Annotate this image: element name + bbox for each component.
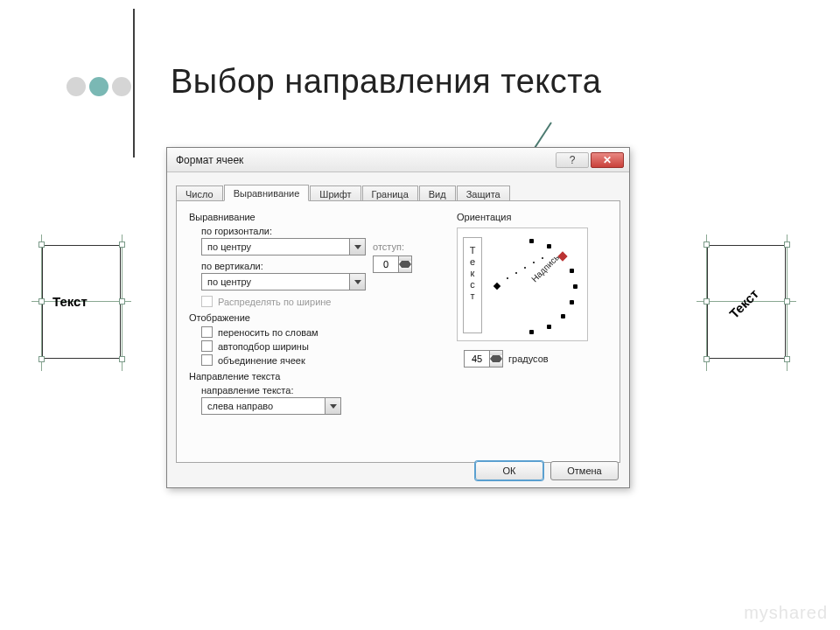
- vertical-value: по центру: [202, 276, 349, 287]
- vertical-text-button[interactable]: Т е к с т: [463, 237, 482, 333]
- bullet-dot-icon: [89, 77, 108, 96]
- dialog-tabs: Число Выравнивание Шрифт Граница Вид Защ…: [167, 172, 629, 200]
- watermark: myshared: [744, 603, 828, 623]
- chevron-down-icon[interactable]: [325, 398, 340, 414]
- tab-border[interactable]: Граница: [362, 186, 418, 201]
- format-cells-dialog: Формат ячеек ? ✕ Число Выравнивание Шриф…: [166, 147, 630, 488]
- spin-up-icon[interactable]: [490, 351, 502, 359]
- degrees-value[interactable]: [465, 351, 489, 367]
- dial-label: Надпись: [529, 252, 561, 284]
- horizontal-combo[interactable]: по центру: [201, 238, 366, 256]
- spin-down-icon[interactable]: [399, 264, 411, 272]
- chevron-down-icon[interactable]: [349, 239, 365, 255]
- horizontal-value: по центру: [202, 242, 349, 252]
- indent-spinner[interactable]: [373, 256, 412, 273]
- label-indent: отступ:: [373, 242, 412, 252]
- orientation-dial[interactable]: Надпись: [489, 235, 582, 335]
- direction-value: слева направо: [202, 401, 325, 411]
- spin-up-icon[interactable]: [399, 256, 411, 264]
- degrees-label: градусов: [508, 354, 549, 364]
- bullet-dot-icon: [66, 77, 86, 96]
- chevron-down-icon[interactable]: [349, 274, 365, 290]
- vertical-combo[interactable]: по центру: [201, 273, 366, 290]
- tab-alignment[interactable]: Выравнивание: [224, 185, 310, 201]
- spin-down-icon[interactable]: [490, 359, 502, 367]
- tab-font[interactable]: Шрифт: [310, 186, 360, 201]
- label-direction: направление текста:: [201, 385, 607, 396]
- bullet-dot-icon: [112, 77, 131, 96]
- tab-view[interactable]: Вид: [419, 186, 456, 201]
- indent-value[interactable]: [374, 256, 398, 272]
- checkbox-icon[interactable]: [201, 326, 213, 338]
- close-button[interactable]: ✕: [591, 152, 624, 168]
- dialog-titlebar[interactable]: Формат ячеек ? ✕: [167, 148, 629, 172]
- dialog-title: Формат ячеек: [176, 154, 243, 166]
- ok-button[interactable]: ОК: [475, 461, 543, 480]
- cell-text: Текст: [52, 294, 88, 309]
- checkbox-icon[interactable]: [201, 340, 213, 352]
- slide-title: Выбор направления текста: [171, 63, 601, 101]
- group-orientation: Ориентация: [457, 212, 597, 222]
- dialog-body: Выравнивание по горизонтали: по центру о…: [176, 200, 620, 463]
- degrees-spinner[interactable]: [464, 350, 503, 368]
- cancel-button[interactable]: Отмена: [550, 461, 619, 480]
- checkbox-icon: [201, 296, 213, 307]
- help-button[interactable]: ?: [556, 152, 589, 168]
- tab-number[interactable]: Число: [176, 186, 223, 201]
- group-direction: Направление текста: [189, 371, 607, 382]
- orientation-control[interactable]: Т е к с т: [457, 228, 588, 341]
- slide-divider: [133, 9, 135, 158]
- checkbox-icon[interactable]: [201, 354, 213, 366]
- direction-combo[interactable]: слева направо: [201, 397, 341, 415]
- tab-protection[interactable]: Защита: [457, 186, 510, 201]
